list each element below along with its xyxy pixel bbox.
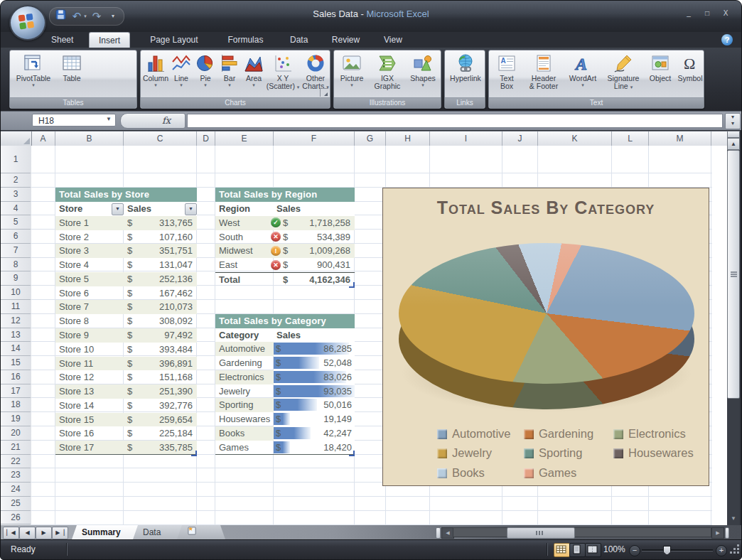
sheet-grid[interactable]: Total Sales by StoreStoreSales▼▼Store 1$… (31, 146, 727, 525)
view-normal-button[interactable] (554, 543, 570, 557)
save-icon[interactable] (54, 9, 67, 23)
title-bar[interactable]: Sales Data - Microsoft Excel _ □ X ↶▾↷▾ (1, 1, 741, 32)
column-header-H[interactable]: H (386, 131, 430, 146)
column-header-B[interactable]: B (55, 131, 124, 146)
legend-item[interactable]: Electronics (613, 426, 686, 441)
sheet-next-icon[interactable]: ▶ (36, 527, 52, 539)
column-header-I[interactable]: I (430, 131, 502, 146)
tab-page-layout[interactable]: Page Layout (141, 32, 207, 48)
customize-icon[interactable]: ▾ (108, 9, 118, 23)
zoom-slider-thumb[interactable] (663, 546, 671, 555)
row-header-7[interactable]: 7 (1, 244, 31, 258)
table-resize-handle[interactable] (349, 282, 355, 288)
row-header-18[interactable]: 18 (1, 398, 31, 412)
hscroll-right-icon[interactable]: ▶ (711, 527, 724, 539)
legend-item[interactable]: Housewares (613, 445, 694, 461)
hscroll-split-handle[interactable] (436, 527, 441, 539)
row-header-13[interactable]: 13 (1, 328, 31, 343)
column-header-K[interactable]: K (538, 131, 612, 146)
row-header-10[interactable]: 10 (1, 286, 31, 300)
legend-item[interactable]: Sporting (524, 445, 582, 461)
vertical-scroll-thumb[interactable] (727, 150, 740, 399)
view-page-break-button[interactable] (585, 543, 601, 557)
row-header-25[interactable]: 25 (1, 497, 31, 511)
ribbon-button-symbol[interactable]: ΩSymbol (675, 52, 704, 97)
row-header-14[interactable]: 14 (1, 342, 31, 356)
tab-data[interactable]: Data (281, 32, 317, 48)
row-header-24[interactable]: 24 (1, 483, 31, 497)
formula-input[interactable] (187, 114, 723, 128)
dialog-launcher-icon[interactable] (320, 88, 328, 97)
row-header-2[interactable]: 2 (1, 173, 31, 188)
row-header-26[interactable]: 26 (1, 511, 31, 525)
expand-formula-bar-icon[interactable]: ▾▾ (725, 113, 741, 129)
legend-item[interactable]: Gardening (524, 426, 593, 441)
row-header-15[interactable]: 15 (1, 356, 31, 370)
zoom-in-icon[interactable]: + (716, 545, 727, 556)
scrollbar-split-handle[interactable] (727, 131, 740, 138)
filter-dropdown-icon[interactable]: ▼ (112, 203, 124, 215)
column-headers[interactable]: ABCDEFGHIJKLM (1, 131, 727, 147)
close-button[interactable]: X (717, 8, 734, 18)
row-header-9[interactable]: 9 (1, 271, 31, 286)
name-box[interactable]: H18 (32, 114, 116, 126)
row-header-17[interactable]: 17 (1, 384, 31, 399)
ribbon-button-x-y-scatter-[interactable]: X Y(Scatter) ▾ (266, 52, 300, 97)
ribbon-button-pie[interactable]: Pie▾ (193, 52, 217, 97)
row-header-16[interactable]: 16 (1, 370, 31, 384)
row-header-1[interactable]: 1 (1, 146, 31, 173)
horizontal-scroll-thumb[interactable] (507, 527, 575, 539)
hscroll-resize-handle[interactable] (725, 527, 729, 539)
tab-formulas[interactable]: Formulas (218, 32, 272, 48)
tab-sheet[interactable]: Sheet (42, 32, 82, 48)
maximize-button[interactable]: □ (699, 8, 716, 18)
column-header-D[interactable]: D (197, 131, 215, 146)
row-headers[interactable]: 1234567891011121314151617181920212223242… (1, 146, 32, 525)
ribbon-button-signature-line[interactable]: SignatureLine ▾ (601, 52, 645, 97)
insert-worksheet-tab[interactable] (177, 525, 225, 539)
row-header-11[interactable]: 11 (1, 300, 31, 314)
sheet-prev-icon[interactable]: ◀ (19, 527, 36, 539)
table-resize-handle[interactable] (349, 451, 355, 456)
minimize-button[interactable]: _ (680, 8, 697, 18)
sheet-last-icon[interactable]: ▶▕ (52, 527, 68, 539)
undo-dropdown-icon[interactable]: ▾ (82, 9, 88, 23)
pie-plot[interactable] (399, 243, 694, 384)
column-header-G[interactable]: G (355, 131, 386, 146)
ribbon-button-table[interactable]: Table (55, 52, 88, 97)
hscroll-track[interactable] (453, 527, 711, 537)
row-header-5[interactable]: 5 (1, 215, 31, 230)
table-resize-handle[interactable] (191, 451, 197, 456)
legend-item[interactable]: Jewelry (437, 445, 492, 461)
column-header-J[interactable]: J (502, 131, 538, 146)
select-all-corner[interactable] (1, 131, 32, 146)
ribbon-button-pivottable[interactable]: PivotTable▾ (11, 52, 55, 97)
row-header-22[interactable]: 22 (1, 455, 31, 469)
tab-view[interactable]: View (375, 32, 412, 48)
row-header-23[interactable]: 23 (1, 468, 31, 483)
vertical-scrollbar[interactable]: ▲▼ (727, 131, 740, 525)
tab-insert[interactable]: Insert (89, 32, 130, 48)
redo-icon[interactable]: ↷ (90, 9, 104, 23)
column-header-E[interactable]: E (215, 131, 274, 146)
sheet-first-icon[interactable]: ▏◀ (3, 527, 19, 539)
help-icon[interactable]: ? (721, 34, 733, 45)
column-header-C[interactable]: C (124, 131, 197, 146)
ribbon-button-igx-graphic[interactable]: IGXGraphic (368, 52, 407, 97)
row-header-6[interactable]: 6 (1, 230, 31, 244)
column-header-A[interactable]: A (31, 131, 55, 146)
insert-function-button[interactable]: fx (120, 113, 186, 129)
row-header-21[interactable]: 21 (1, 441, 31, 455)
ribbon-button-area[interactable]: Area▾ (242, 52, 266, 97)
row-header-20[interactable]: 20 (1, 426, 31, 441)
legend-item[interactable]: Automotive (437, 426, 511, 441)
ribbon-button-line[interactable]: Line▾ (169, 52, 193, 97)
row-header-3[interactable]: 3 (1, 188, 31, 202)
row-header-19[interactable]: 19 (1, 412, 31, 426)
column-header-L[interactable]: L (612, 131, 649, 146)
column-header-F[interactable]: F (274, 131, 355, 146)
ribbon-button-hyperlink[interactable]: Hyperlink (446, 52, 485, 97)
ribbon-button-object[interactable]: Object (645, 52, 675, 97)
zoom-slider-track[interactable] (642, 549, 713, 551)
row-header-8[interactable]: 8 (1, 258, 31, 272)
